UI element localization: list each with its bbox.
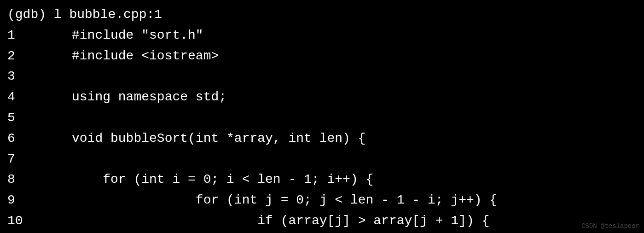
- line-number: 8: [7, 169, 72, 190]
- code-line: 8 for (int i = 0; i < len - 1; i++) {: [7, 169, 637, 190]
- code-content: #include "sort.h": [72, 25, 203, 46]
- gdb-prompt-line[interactable]: (gdb) l bubble.cpp:1: [7, 5, 637, 25]
- code-line: 3: [7, 66, 637, 87]
- line-number: 5: [7, 108, 72, 128]
- code-content: for (int i = 0; i < len - 1; i++) {: [72, 169, 373, 190]
- line-number: 3: [7, 66, 72, 87]
- watermark-text: CSDN @teslapeer: [581, 221, 639, 231]
- code-line: 2 #include <iostream>: [7, 46, 637, 67]
- line-number: 4: [7, 87, 72, 108]
- line-number: 6: [7, 128, 72, 149]
- code-line: 4 using namespace std;: [7, 87, 637, 108]
- line-number: 1: [7, 25, 72, 46]
- code-content: for (int j = 0; j < len - 1 - i; j++) {: [72, 190, 497, 211]
- code-line: 9 for (int j = 0; j < len - 1 - i; j++) …: [7, 190, 637, 211]
- code-line: 7: [7, 149, 637, 170]
- line-number: 10: [7, 211, 72, 232]
- line-number: 2: [7, 46, 72, 67]
- code-line: 5: [7, 108, 637, 128]
- code-line: 10 if (array[j] > array[j + 1]) {: [7, 211, 637, 232]
- code-content: #include <iostream>: [72, 46, 219, 67]
- code-content: if (array[j] > array[j + 1]) {: [72, 211, 489, 232]
- line-number: 9: [7, 190, 72, 211]
- code-line: 1 #include "sort.h": [7, 25, 637, 46]
- line-number: 7: [7, 149, 72, 170]
- code-line: 6 void bubbleSort(int *array, int len) {: [7, 128, 637, 149]
- code-content: void bubbleSort(int *array, int len) {: [72, 128, 366, 149]
- code-content: using namespace std;: [72, 87, 226, 108]
